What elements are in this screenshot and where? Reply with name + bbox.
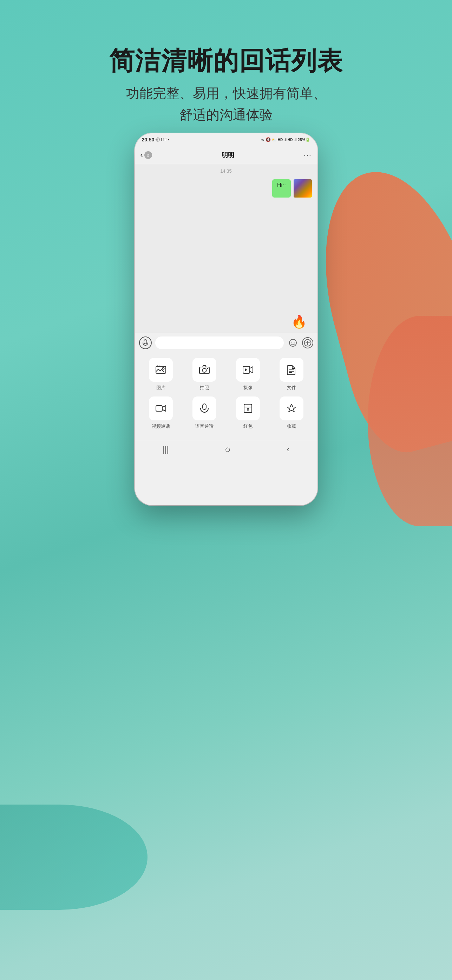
media-item-file[interactable]: 文件 (276, 358, 307, 391)
back-nav-button[interactable]: ‹ (287, 445, 289, 454)
back-chevron: ‹ (141, 151, 143, 160)
signal-icon2: .il (294, 138, 297, 142)
message-timestamp: 14:35 (135, 164, 318, 178)
media-item-camera[interactable]: 拍照 (188, 358, 220, 391)
favorites-icon-box (280, 396, 303, 420)
chat-contact-name: 明明 (152, 151, 304, 159)
status-right: ∞ 🔇 ⛅ HD .il HD .il 25%🔋 (261, 137, 310, 142)
facebook-icon: f (161, 137, 162, 142)
svg-point-12 (202, 368, 206, 372)
file-label: 文件 (287, 385, 296, 391)
svg-point-13 (207, 368, 208, 369)
media-row-2: 视频通话 语音通话 ¥ (142, 396, 310, 430)
emoji-button[interactable] (287, 337, 299, 348)
svg-point-4 (291, 341, 292, 342)
sub-title-line1: 功能完整、易用，快速拥有简单、 (126, 86, 326, 101)
notification-badge: 2 (144, 151, 152, 159)
photos-label: 图片 (156, 385, 165, 391)
photos-icon-box (149, 358, 173, 382)
status-time: 20:50 (142, 137, 155, 142)
facebook-icon2: f (163, 137, 165, 142)
red-packet-icon-box: ¥ (236, 396, 260, 420)
media-item-red-packet[interactable]: ¥ 红包 (232, 396, 264, 430)
media-item-voice-call[interactable]: 语音通话 (188, 396, 220, 430)
home-button[interactable]: ○ (225, 444, 231, 455)
sub-title-line2: 舒适的沟通体验 (179, 107, 273, 122)
dot-icon: • (168, 137, 169, 142)
message-input[interactable] (155, 336, 284, 349)
add-media-button[interactable] (302, 337, 313, 348)
favorites-label: 收藏 (287, 423, 296, 430)
chat-header: ‹ 2 明明 ··· (135, 146, 318, 164)
phone-mockup: 20:50 ⓜ f f f • ∞ 🔇 ⛅ HD .il HD .il 25%🔋… (135, 133, 318, 505)
svg-point-10 (162, 368, 164, 369)
video-call-label: 视频通话 (152, 423, 170, 430)
status-bar: 20:50 ⓜ f f f • ∞ 🔇 ⛅ HD .il HD .il 25%🔋 (135, 133, 318, 146)
svg-rect-0 (144, 340, 147, 344)
video-call-icon-box (149, 396, 173, 420)
wifi-icon: ⛅ (272, 138, 277, 142)
media-row-1: 图片 拍照 (142, 358, 310, 391)
volume-icon: 🔇 (265, 137, 271, 142)
outgoing-messages-row: Hi~ (135, 178, 318, 199)
microphone-button[interactable] (139, 336, 152, 349)
sticker-decoration: 🔥 (291, 314, 307, 329)
signal-icon: .il (284, 138, 287, 142)
media-panel: 图片 拍照 (135, 352, 318, 441)
messenger-icon: ⓜ (156, 137, 160, 143)
sub-title: 功能完整、易用，快速拥有简单、 舒适的沟通体验 (0, 83, 452, 126)
svg-rect-19 (156, 406, 162, 411)
camera-label: 拍照 (200, 385, 209, 391)
link-icon: ∞ (261, 137, 264, 142)
video-record-label: 摄像 (243, 385, 252, 391)
chat-messages-area: 14:35 Hi~ 🔥 (135, 164, 318, 332)
title-section: 简洁清晰的回话列表 功能完整、易用，快速拥有简单、 舒适的沟通体验 (0, 46, 452, 126)
main-title: 简洁清晰的回话列表 (0, 46, 452, 76)
media-item-favorites[interactable]: 收藏 (276, 396, 307, 430)
facebook-icon3: f (165, 137, 166, 142)
more-options-button[interactable]: ··· (304, 151, 312, 159)
back-button[interactable]: ‹ 2 (141, 151, 152, 160)
svg-marker-15 (245, 368, 247, 371)
svg-rect-20 (203, 404, 206, 409)
video-icon-box (236, 358, 260, 382)
message-bubble: Hi~ (272, 179, 291, 197)
input-area (135, 332, 318, 352)
voice-call-icon-box (192, 396, 216, 420)
camera-icon-box (192, 358, 216, 382)
file-icon-box (280, 358, 303, 382)
message-image (294, 179, 312, 197)
red-packet-label: 红包 (243, 423, 252, 430)
voice-call-label: 语音通话 (195, 423, 214, 430)
bottom-nav: ||| ○ ‹ (135, 441, 318, 458)
hd-label: HD (278, 138, 283, 142)
recent-apps-button[interactable]: ||| (163, 445, 169, 454)
svg-text:¥: ¥ (246, 407, 249, 412)
svg-point-5 (294, 341, 294, 342)
media-item-video-call[interactable]: 视频通话 (145, 396, 177, 430)
bg-wave-left (0, 805, 147, 910)
battery-label: 25%🔋 (297, 138, 310, 142)
media-item-photos[interactable]: 图片 (145, 358, 177, 391)
svg-point-3 (289, 339, 296, 346)
media-item-video-record[interactable]: 摄像 (232, 358, 264, 391)
status-icons: ⓜ f f f • (156, 137, 260, 143)
hd-label2: HD (287, 138, 292, 142)
